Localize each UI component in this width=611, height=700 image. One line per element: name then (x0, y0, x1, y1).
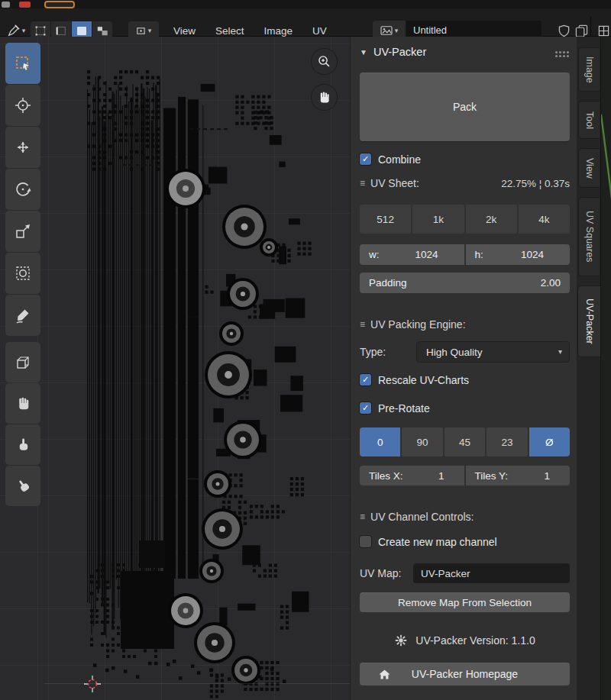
padding-value: 2.00 (541, 277, 561, 289)
engine-section-row: ≡ UV Packing Engine: (360, 316, 570, 333)
sticky-select-icon (136, 26, 146, 36)
edge-select-icon (55, 25, 67, 37)
chevron-down-icon: ▾ (22, 27, 26, 34)
uv-editor-icon (7, 24, 21, 37)
create-channel-checkbox[interactable] (360, 536, 371, 547)
uv-map-value: UV-Packer (421, 568, 470, 579)
padding-label: Padding (369, 277, 407, 289)
section-lines-icon: ≡ (360, 319, 365, 330)
island-select-icon (96, 25, 108, 37)
homepage-label: UV-Packer Homepage (412, 668, 518, 680)
combine-checkbox-row[interactable]: ✓ Combine (360, 152, 570, 166)
tool-relax[interactable] (5, 424, 40, 465)
tool-rotate[interactable] (5, 169, 40, 210)
menu-view[interactable]: View (163, 25, 205, 37)
tab-image[interactable]: Image (578, 47, 600, 92)
create-channel-checkbox-row[interactable]: Create new map channel (360, 534, 570, 549)
tiles-y-label: Tiles Y: (475, 470, 509, 482)
combine-checkbox[interactable]: ✓ (360, 153, 371, 165)
size-1k-button[interactable]: 1k (412, 205, 464, 234)
height-label: h: (475, 249, 483, 260)
uv-map-field[interactable]: UV-Packer (413, 563, 570, 583)
version-text: UV-Packer Version: 1.1.0 (415, 634, 535, 647)
rotation-90-button[interactable]: 90 (402, 427, 442, 456)
tool-box-select[interactable] (5, 43, 40, 84)
width-label: w: (369, 249, 380, 260)
menu-uv[interactable]: UV (302, 25, 337, 37)
tab-uv-packer[interactable]: UV-Packer (577, 285, 600, 357)
tool-annotate[interactable] (5, 295, 40, 336)
rescale-label: Rescale UV-Charts (378, 374, 469, 386)
cube-icon (15, 354, 31, 371)
tool-rip-region[interactable] (5, 342, 40, 382)
menu-select[interactable]: Select (205, 25, 254, 37)
tiles-x-label: Tiles X: (369, 470, 403, 482)
pan-button[interactable] (312, 85, 337, 110)
point-hand-icon (15, 437, 31, 453)
size-2k-button[interactable]: 2k (466, 205, 517, 234)
height-field[interactable]: h: 1024 (466, 244, 571, 265)
uv-packer-panel: ▼ UV-Packer Pack ✓ Combine ≡ UV Sheet: 2… (350, 37, 577, 700)
uv-editor-header: ▾ ▾ View Select Image UV ▾ Untitled (0, 8, 611, 37)
rotation-0-button[interactable]: 0 (360, 427, 400, 456)
tab-uv-squares[interactable]: UV Squares (578, 197, 600, 276)
remove-map-button[interactable]: Remove Map From Selection (360, 592, 570, 612)
tool-pinch[interactable] (5, 466, 40, 506)
rescale-checkbox-row[interactable]: ✓ Rescale UV-Charts (360, 373, 570, 387)
tab-view[interactable]: View (578, 148, 600, 188)
prerotate-checkbox[interactable]: ✓ (360, 402, 371, 414)
chevron-down-icon: ▾ (148, 27, 152, 34)
zoom-in-button[interactable] (312, 49, 337, 74)
rotation-free-button[interactable]: Ø (529, 427, 570, 456)
uv-editor-viewport[interactable] (0, 37, 350, 700)
size-4k-button[interactable]: 4k (519, 205, 570, 234)
tiles-x-value: 1 (438, 470, 445, 482)
prerotate-checkbox-row[interactable]: ✓ Pre-Rotate (360, 401, 570, 415)
grid-icon (598, 25, 609, 37)
tiles-x-field[interactable]: Tiles X: 1 (360, 466, 464, 485)
tool-move[interactable] (5, 127, 40, 168)
topbar-strip (0, 0, 611, 8)
section-lines-icon: ≡ (360, 178, 365, 189)
channel-section-label: UV Channel Controls: (370, 511, 474, 523)
shield-icon (558, 24, 571, 37)
scale-icon (15, 223, 31, 240)
size-preset-row: 512 1k 2k 4k (360, 205, 570, 234)
tool-shelf (5, 43, 40, 507)
home-icon (378, 669, 391, 680)
grab-hand-icon (15, 395, 31, 411)
create-channel-label: Create new map channel (378, 536, 497, 548)
tool-grab[interactable] (5, 383, 40, 424)
quality-dropdown[interactable]: High Quality ▾ (416, 341, 570, 363)
tool-cursor[interactable] (5, 85, 40, 126)
topbar-red-icon (19, 2, 31, 8)
sidebar-tab-strip: Image Tool View UV Squares UV-Packer (577, 37, 600, 700)
zoom-in-icon (315, 52, 335, 72)
padding-slider[interactable]: Padding 2.00 (360, 273, 570, 293)
pack-button[interactable]: Pack (360, 73, 570, 141)
toolbar-gap (5, 337, 40, 342)
width-field[interactable]: w: 1024 (360, 244, 464, 265)
panel-header[interactable]: ▼ UV-Packer (360, 44, 570, 60)
tool-scale[interactable] (5, 211, 40, 252)
tool-transform[interactable] (5, 253, 40, 294)
tab-tool[interactable]: Tool (578, 101, 600, 139)
rotation-step-row: 0 90 45 23 Ø (360, 427, 570, 456)
chevron-down-icon: ▾ (395, 27, 399, 34)
check-icon: ✓ (362, 154, 369, 164)
homepage-button[interactable]: UV-Packer Homepage (360, 663, 570, 685)
rotate-icon (15, 181, 31, 198)
panel-options-icon[interactable] (555, 51, 558, 53)
viewport-sliver (600, 37, 611, 700)
size-512-button[interactable]: 512 (360, 205, 411, 234)
tiles-row: Tiles X: 1 Tiles Y: 1 (360, 466, 570, 485)
tiles-y-field[interactable]: Tiles Y: 1 (466, 466, 571, 485)
rotation-45-button[interactable]: 45 (445, 427, 485, 456)
move-icon (15, 139, 31, 156)
rescale-checkbox[interactable]: ✓ (360, 374, 371, 385)
uv-sheet-value: 22.75% ¦ 0.37s (501, 178, 570, 189)
menu-image[interactable]: Image (254, 25, 303, 37)
workspace-tab-partial (44, 1, 75, 8)
rotation-23-button[interactable]: 23 (487, 427, 527, 456)
width-value: 1024 (415, 249, 438, 260)
